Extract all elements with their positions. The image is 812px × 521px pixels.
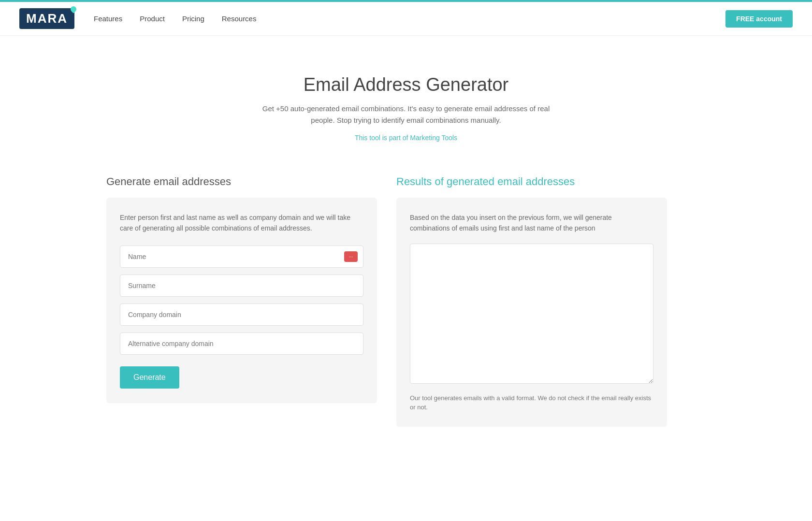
header-left: MARA Features Product Pricing Resources	[19, 8, 256, 29]
page-title: Email Address Generator	[10, 74, 802, 95]
tool-prefix-text: This tool is part of	[355, 134, 410, 142]
alt-company-domain-field-group	[120, 333, 363, 355]
company-domain-field-group	[120, 304, 363, 326]
generate-button[interactable]: Generate	[120, 366, 179, 389]
free-account-button[interactable]: FREE account	[725, 10, 793, 28]
logo[interactable]: MARA	[19, 8, 74, 29]
form-card: Enter person first and last name as well…	[106, 198, 377, 403]
header: MARA Features Product Pricing Resources …	[0, 2, 812, 36]
main-content: Generate email addresses Enter person fi…	[68, 166, 744, 456]
name-input[interactable]	[120, 246, 363, 268]
results-description: Based on the data you insert on the prev…	[410, 212, 653, 234]
surname-field-group	[120, 275, 363, 297]
surname-input[interactable]	[120, 275, 363, 297]
logo-wrap: MARA	[19, 8, 74, 29]
hero-description: Get +50 auto-generated email combination…	[261, 103, 551, 126]
company-domain-input[interactable]	[120, 304, 363, 326]
main-nav: Features Product Pricing Resources	[94, 14, 256, 23]
results-footer-note: Our tool generates emails with a valid f…	[410, 393, 653, 412]
nav-item-resources[interactable]: Resources	[222, 14, 257, 23]
marketing-tools-link[interactable]: Marketing Tools	[410, 134, 457, 142]
logo-leaf-icon	[70, 5, 78, 14]
results-textarea[interactable]	[410, 244, 653, 384]
form-description: Enter person first and last name as well…	[120, 212, 363, 234]
hero-tool-link: This tool is part of Marketing Tools	[10, 134, 802, 142]
nav-item-features[interactable]: Features	[94, 14, 122, 23]
name-field-group: ···	[120, 246, 363, 268]
results-card: Based on the data you insert on the prev…	[396, 198, 667, 427]
right-panel-title: Results of generated email addresses	[396, 175, 667, 188]
left-panel: Generate email addresses Enter person fi…	[106, 175, 377, 427]
left-panel-title: Generate email addresses	[106, 175, 377, 188]
nav-item-pricing[interactable]: Pricing	[182, 14, 204, 23]
name-options-icon[interactable]: ···	[344, 251, 358, 262]
alt-company-domain-input[interactable]	[120, 333, 363, 355]
logo-text: MARA	[26, 11, 68, 26]
right-panel: Results of generated email addresses Bas…	[396, 175, 667, 427]
nav-item-product[interactable]: Product	[140, 14, 165, 23]
hero-section: Email Address Generator Get +50 auto-gen…	[0, 36, 812, 166]
